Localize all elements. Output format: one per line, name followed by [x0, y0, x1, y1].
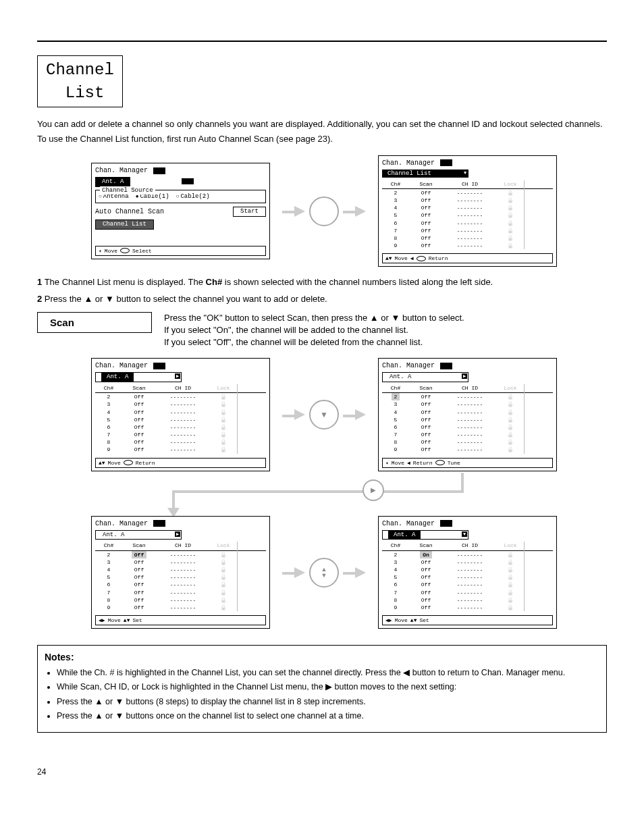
table-header: Ch# Scan CH ID Lock — [382, 384, 553, 393]
table-row[interactable]: 8Off--------🔒 — [382, 596, 553, 604]
panel-title: Chan. Manager — [382, 159, 435, 167]
table-row[interactable]: 8Off--------🔒 — [95, 438, 266, 446]
table-row[interactable]: 3Off--------🔒 — [382, 197, 553, 204]
channel-list-panel: Chan. Manager Ant. A▶ Ch# Scan CH ID Loc… — [91, 516, 270, 629]
table-row[interactable]: 3Off--------🔒 — [382, 400, 553, 408]
table-row[interactable]: 9Off--------🔒 — [95, 604, 266, 611]
table-row[interactable]: 6Off--------🔒 — [95, 423, 266, 431]
start-button[interactable]: Start — [233, 207, 266, 217]
lock-icon: 🔒 — [210, 423, 237, 431]
radio-cable2[interactable]: Cable(2) — [176, 192, 210, 201]
ant-tab[interactable]: Ant. A▶ — [95, 530, 182, 540]
ok-oval-icon — [435, 460, 445, 465]
table-row[interactable]: 5Off--------🔒 — [382, 416, 553, 423]
ant-tab[interactable]: Ant. A — [95, 177, 130, 187]
lock-icon: 🔒 — [497, 566, 524, 573]
lock-icon: 🔒 — [497, 558, 524, 566]
gray-arrow-icon — [343, 200, 366, 223]
lock-icon: 🔒 — [497, 581, 524, 588]
footer-bar: ✦ Move Select — [95, 246, 266, 256]
table-row[interactable]: 6Off--------🔒 — [382, 423, 553, 431]
scan-description: Press the "OK" button to select Scan, th… — [164, 312, 607, 349]
table-row[interactable]: 7Off--------🔒 — [382, 431, 553, 438]
footer-move: Move — [108, 459, 121, 467]
table-row[interactable]: 5Off--------🔒 — [95, 416, 266, 423]
table-header: Ch# Scan CH ID Lock — [95, 384, 266, 393]
notes-heading: Notes: — [45, 651, 599, 664]
footer-return: Return — [136, 459, 155, 467]
table-row[interactable]: 5Off--------🔒 — [382, 211, 553, 219]
footer-move: Move — [395, 255, 408, 262]
channel-list-panel: Chan. Manager Channel List▼ Ch# Scan CH … — [378, 155, 557, 267]
table-row[interactable]: 8Off--------🔒 — [382, 234, 553, 242]
lock-icon: 🔒 — [497, 551, 524, 558]
lock-icon: 🔒 — [497, 211, 524, 219]
channel-list-panel: Chan. Manager Ant. A▼ Ch# Scan CH ID Loc… — [378, 516, 557, 629]
page-number: 24 — [37, 766, 607, 778]
table-row[interactable]: 4Off--------🔒 — [95, 566, 266, 573]
ant-tab[interactable]: Ant. A▶ — [382, 372, 468, 382]
panel-title: Chan. Manager — [95, 167, 148, 174]
ant-tab[interactable]: Ant. A▶ — [95, 372, 182, 382]
table-row[interactable]: 6Off--------🔒 — [95, 581, 266, 588]
title-mark — [440, 520, 452, 527]
lock-icon: 🔒 — [210, 573, 237, 581]
table-row[interactable]: 2Off--------🔒 — [382, 393, 553, 400]
diamond-icon: ✦ — [99, 247, 102, 255]
arrow-set — [282, 197, 366, 226]
ok-oval-icon — [124, 460, 133, 465]
lock-icon: 🔒 — [210, 446, 237, 453]
channel-list-button[interactable]: Channel List — [95, 219, 154, 230]
table-row[interactable]: 3Off--------🔒 — [95, 400, 266, 408]
table-row[interactable]: 2Off--------🔒 — [382, 189, 553, 197]
lock-icon: 🔒 — [497, 423, 524, 431]
lock-icon: 🔒 — [210, 409, 237, 416]
ant-tab[interactable]: Ant. A▼ — [382, 530, 468, 540]
table-row[interactable]: 5Off--------🔒 — [95, 573, 266, 581]
table-row[interactable]: 4Off--------🔒 — [95, 409, 266, 416]
table-row[interactable]: 2On--------🔒 — [382, 551, 553, 558]
footer-select: Select — [132, 247, 152, 255]
table-row[interactable]: 9Off--------🔒 — [382, 446, 553, 453]
gray-arrow-icon — [343, 561, 366, 584]
table-row[interactable]: 2Off--------🔒 — [95, 551, 266, 558]
table-row[interactable]: 7Off--------🔒 — [382, 589, 553, 596]
right-circle-icon: ▶ — [363, 479, 384, 501]
ok-oval-icon — [120, 248, 130, 253]
table-row[interactable]: 4Off--------🔒 — [382, 409, 553, 416]
table-body: 2Off--------🔒3Off--------🔒4Off--------🔒5… — [382, 189, 553, 250]
table-row[interactable]: 4Off--------🔒 — [382, 566, 553, 573]
lock-icon: 🔒 — [497, 400, 524, 408]
lock-icon: 🔒 — [210, 589, 237, 596]
table-row[interactable]: 9Off--------🔒 — [95, 446, 266, 453]
table-row[interactable]: 7Off--------🔒 — [95, 589, 266, 596]
table-row[interactable]: 8Off--------🔒 — [95, 596, 266, 604]
table-row[interactable]: 9Off--------🔒 — [382, 242, 553, 249]
table-row[interactable]: 6Off--------🔒 — [382, 219, 553, 227]
ant-mark-icon — [182, 178, 194, 184]
table-row[interactable]: 8Off--------🔒 — [382, 438, 553, 446]
channel-list-label: Channel List — [37, 55, 123, 107]
step-1-text: The Channel List menu is displayed. The … — [45, 277, 493, 287]
lock-icon: 🔒 — [497, 431, 524, 438]
table-row[interactable]: 7Off--------🔒 — [382, 227, 553, 234]
table-row[interactable]: 7Off--------🔒 — [95, 431, 266, 438]
lock-icon: 🔒 — [210, 566, 237, 573]
channel-list-tab[interactable]: Channel List▼ — [382, 170, 468, 178]
lock-icon: 🔒 — [210, 416, 237, 423]
table-row[interactable]: 6Off--------🔒 — [382, 581, 553, 588]
lock-icon: 🔒 — [210, 438, 237, 446]
table-row[interactable]: 3Off--------🔒 — [95, 558, 266, 566]
table-row[interactable]: 2Off--------🔒 — [95, 393, 266, 400]
lock-icon: 🔒 — [497, 438, 524, 446]
auto-scan-label: Auto Channel Scan — [95, 207, 164, 217]
chan-manager-panel: Chan. Manager Ant. A Channel Source Ante… — [91, 163, 270, 259]
fieldset-legend: Channel Source — [100, 186, 155, 195]
table-row[interactable]: 4Off--------🔒 — [382, 204, 553, 211]
table-row[interactable]: 5Off--------🔒 — [382, 573, 553, 581]
table-row[interactable]: 3Off--------🔒 — [382, 558, 553, 566]
table-row[interactable]: 9Off--------🔒 — [382, 604, 553, 611]
scan-subheading: Scan — [37, 312, 152, 333]
updown-circle-icon: ▲▼ — [309, 558, 339, 588]
flow-connector: ▶ — [91, 475, 577, 513]
